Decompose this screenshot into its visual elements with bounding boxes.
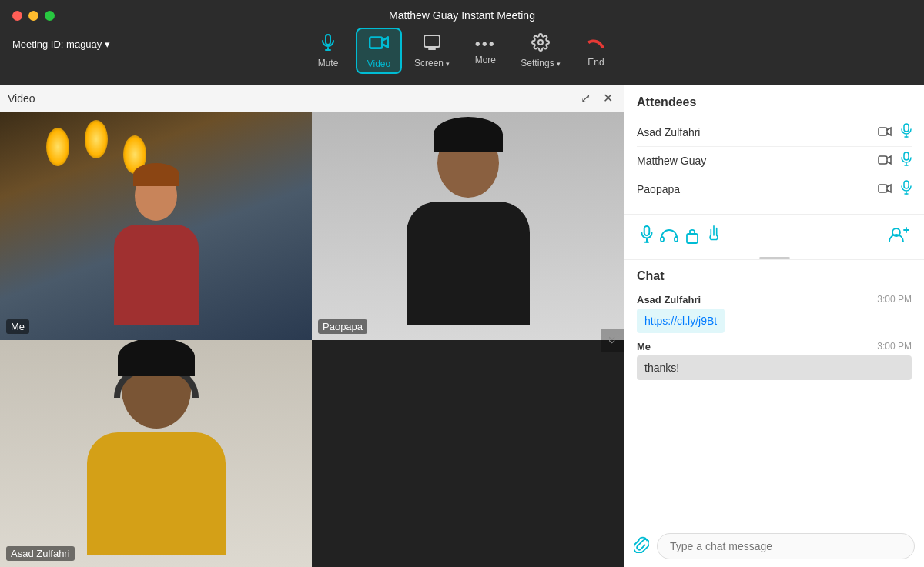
name-tag-asad: Asad Zulfahri: [6, 546, 75, 561]
attendee-icons-paopapa: [878, 180, 912, 198]
body-asad: [87, 432, 226, 555]
attendee-row-matthew: Matthew Guay: [637, 147, 912, 175]
video-panel-title: Video: [8, 92, 35, 105]
name-tag-me: Me: [6, 319, 29, 334]
chat-bubble-2: thanks!: [637, 355, 912, 380]
video-cell-empty: [312, 340, 624, 568]
attendee-row-asad: Asad Zulfahri: [637, 118, 912, 147]
light1: [46, 128, 69, 166]
attendee-video-icon-paopapa: [878, 183, 892, 196]
end-button[interactable]: End: [573, 31, 619, 71]
more-label: More: [475, 55, 496, 65]
attendee-scrollbar: [759, 257, 790, 259]
body-paopapa: [407, 202, 530, 325]
chat-time-2: 3:00 PM: [877, 341, 912, 352]
video-icon: [369, 32, 389, 55]
chat-section: Chat Asad Zulfahri 3:00 PM https://cl.ly…: [624, 260, 924, 567]
chat-title: Chat: [624, 260, 924, 288]
chat-attach-button[interactable]: [634, 536, 649, 557]
svg-rect-0: [326, 35, 330, 45]
person-paopapa: [407, 128, 530, 325]
close-button[interactable]: [12, 11, 22, 21]
video-header-controls: ⤢ ✕: [578, 89, 616, 107]
maximize-button[interactable]: [45, 11, 55, 21]
attendee-mic-icon-asad: [901, 123, 912, 142]
attendees-title: Attendees: [637, 95, 912, 109]
video-area: Video ⤢ ✕: [0, 85, 624, 567]
svg-rect-22: [661, 237, 664, 242]
attendee-icons-asad: [878, 123, 912, 142]
svg-rect-16: [904, 181, 909, 188]
svg-rect-4: [424, 35, 440, 47]
video-bg-paopapa: [312, 112, 624, 340]
chat-sender-1: Asad Zulfahri: [637, 294, 701, 305]
attendee-video-icon-matthew: [878, 155, 892, 168]
more-icon: •••: [475, 36, 496, 52]
mute-button[interactable]: Mute: [305, 30, 351, 72]
chat-link[interactable]: https://cl.ly/j9Bt: [644, 315, 717, 327]
meeting-id-chevron: ▾: [105, 38, 110, 50]
svg-point-6: [538, 40, 543, 45]
video-bg-asad: [0, 340, 312, 568]
video-header: Video ⤢ ✕: [0, 85, 624, 112]
hair-me: [133, 163, 179, 186]
svg-rect-15: [879, 185, 887, 192]
window-controls: [12, 11, 55, 21]
window-title: Matthew Guay Instant Meeting: [389, 9, 535, 22]
attendee-name-asad: Asad Zulfahri: [637, 126, 878, 138]
video-button[interactable]: Video: [356, 28, 402, 74]
toolbar: Mute Video Screen ▾: [305, 28, 619, 74]
person-me: [114, 171, 199, 325]
video-cell-asad: Asad Zulfahri: [0, 340, 312, 568]
main-content: Video ⤢ ✕: [0, 85, 924, 567]
action-raise-hand-button[interactable]: [703, 222, 725, 252]
settings-button[interactable]: Settings ▾: [513, 30, 568, 72]
scroll-right-indicator[interactable]: »: [601, 328, 624, 351]
attendee-mic-icon-matthew: [901, 152, 912, 170]
name-tag-paopapa: Paopapa: [318, 319, 367, 334]
attendee-mic-icon-paopapa: [901, 180, 912, 198]
video-cell-paopapa: Paopapa: [312, 112, 624, 340]
attendee-video-icon-asad: [878, 126, 892, 139]
action-sound-button[interactable]: [657, 224, 681, 250]
chat-input-area: [624, 525, 924, 567]
action-mic-button[interactable]: [637, 222, 657, 252]
hair-paopapa: [434, 117, 503, 152]
chat-messages: Asad Zulfahri 3:00 PM https://cl.ly/j9Bt…: [624, 288, 924, 525]
video-bg-me: [0, 112, 312, 340]
minimize-button[interactable]: [28, 11, 38, 21]
mic-icon: [319, 33, 337, 55]
attendee-name-matthew: Matthew Guay: [637, 155, 878, 167]
screen-button[interactable]: Screen ▾: [407, 30, 457, 72]
svg-rect-19: [644, 226, 650, 235]
chat-message-1-header: Asad Zulfahri 3:00 PM: [637, 294, 912, 305]
meeting-id[interactable]: Meeting ID: maguay ▾: [12, 38, 110, 50]
chat-input-field[interactable]: [657, 533, 915, 559]
svg-rect-11: [879, 156, 887, 164]
action-lock-button[interactable]: [681, 222, 703, 252]
chat-message-2: Me 3:00 PM thanks!: [637, 341, 912, 380]
mute-label: Mute: [318, 58, 339, 68]
right-panel: Attendees Asad Zulfahri: [624, 85, 924, 567]
person-asad: [87, 352, 226, 555]
expand-video-button[interactable]: ⤢: [578, 89, 594, 107]
chat-time-1: 3:00 PM: [877, 294, 912, 305]
svg-rect-3: [370, 38, 382, 48]
video-label: Video: [367, 58, 390, 69]
svg-rect-7: [879, 128, 887, 135]
more-button[interactable]: ••• More: [462, 33, 508, 68]
chat-bubble-1: https://cl.ly/j9Bt: [637, 309, 725, 333]
chat-sender-2: Me: [637, 341, 651, 352]
meeting-id-label: Meeting ID: maguay: [12, 38, 102, 50]
attendee-actions: [624, 215, 924, 260]
chat-message-2-header: Me 3:00 PM: [637, 341, 912, 352]
action-add-person-button[interactable]: [886, 223, 912, 251]
svg-rect-23: [675, 237, 678, 242]
close-video-button[interactable]: ✕: [600, 89, 616, 107]
attendee-icons-matthew: [878, 152, 912, 170]
screen-label: Screen ▾: [414, 58, 450, 68]
video-grid: Me Paopapa: [0, 112, 624, 567]
settings-icon: [531, 33, 550, 55]
attendee-row-paopapa: Paopapa: [637, 175, 912, 203]
attendees-section: Attendees Asad Zulfahri: [624, 85, 924, 215]
